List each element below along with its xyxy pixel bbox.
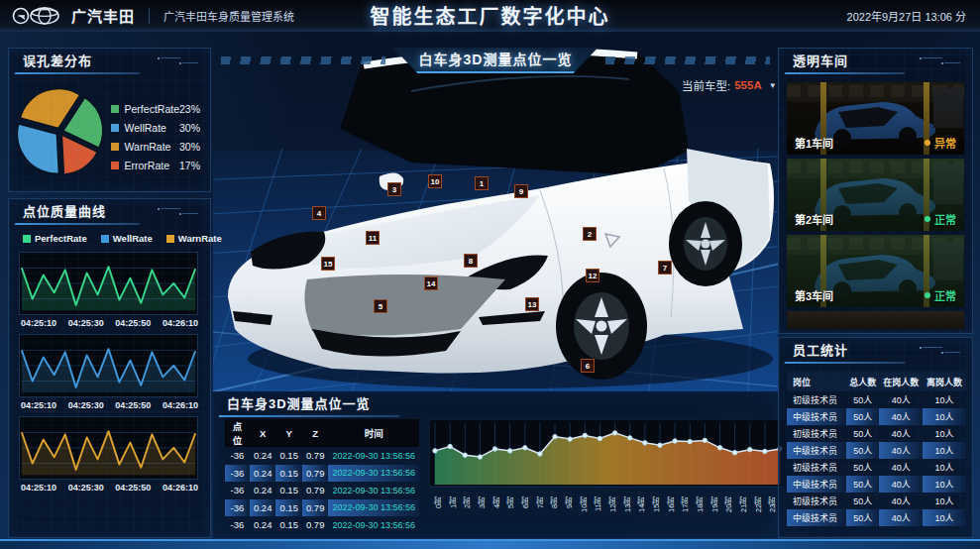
legend-label: PerfectRate <box>125 103 179 115</box>
measure-marker-15[interactable]: 15 <box>321 257 335 271</box>
table-cell: 50人 <box>846 442 879 459</box>
table-header-row: 点位XYZ时间 <box>225 419 419 447</box>
table-cell: 0.79 <box>302 465 329 483</box>
table-cell: 0.15 <box>275 465 302 483</box>
measure-marker-6[interactable]: 6 <box>581 359 595 373</box>
measure-marker-7[interactable]: 7 <box>658 261 672 274</box>
table-row: -360.240.150.792022-09-30 13:56:56 <box>225 465 419 483</box>
circuit-decoration-icon <box>917 55 962 65</box>
table-cell: 50人 <box>846 391 879 408</box>
model-label: 当前车型: <box>682 77 730 93</box>
tick-label: 04:25:30 <box>68 400 104 410</box>
hour-label: 10时 <box>579 496 594 516</box>
table-cell: 初级技术员 <box>787 493 846 509</box>
measure-marker-10[interactable]: 10 <box>428 174 442 188</box>
dashboard-root: 广汽丰田 广汽丰田车身质量管理系统 智能生态工厂数字化中心 2022年9月27日… <box>0 0 980 549</box>
tick-label: 04:25:30 <box>68 483 104 493</box>
table-row: -360.240.150.792022-09-30 13:56:56 <box>225 447 419 465</box>
workshop-name: 第1车间 <box>795 135 833 151</box>
legend-swatch <box>101 235 109 243</box>
workshop-status: 异常 <box>925 135 956 151</box>
measure-marker-2[interactable]: 2 <box>583 227 597 241</box>
workshop-card-2[interactable]: 第2车间正常 <box>787 159 964 231</box>
table-cell: 40人 <box>879 442 923 459</box>
legend-label: WarnRate <box>125 141 171 153</box>
hour-label: 21时 <box>738 496 753 516</box>
table-cell: 初级技术员 <box>787 425 846 442</box>
measure-marker-14[interactable]: 14 <box>424 276 438 290</box>
model-value: 555A <box>734 79 762 91</box>
workshop-card-1[interactable]: 第1车间异常 <box>787 82 964 155</box>
measure-marker-12[interactable]: 12 <box>586 269 599 282</box>
table-cell: 0.24 <box>250 499 276 517</box>
panel-title: 员工统计 <box>779 338 972 364</box>
measure-marker-5[interactable]: 5 <box>374 299 387 313</box>
table-cell: 10人 <box>923 425 966 442</box>
table-cell: 中级技术员 <box>787 442 846 459</box>
column-header: Z <box>302 419 329 447</box>
table-cell: -36 <box>225 447 250 465</box>
measure-marker-9[interactable]: 9 <box>514 184 528 198</box>
table-cell: 50人 <box>846 493 879 509</box>
banner-dashes-right <box>605 56 770 64</box>
banner-dashes-left <box>221 56 385 64</box>
workshop-cards: 第1车间异常第2车间正常第3车间正常 <box>779 74 972 329</box>
tick-label: 04:26:10 <box>163 483 198 493</box>
circuit-decoration-icon <box>917 345 962 355</box>
table-cell: 初级技术员 <box>787 391 846 408</box>
measure-marker-13[interactable]: 13 <box>525 297 539 311</box>
panel-transparent-workshop: 透明车间 第1车间异常第2车间正常第3车间正常 <box>778 48 973 334</box>
table-row: -360.240.150.792022-09-30 13:56:56 <box>225 482 419 499</box>
panel-title: 白车身3D测量点位一览 <box>213 391 778 417</box>
legend-value: 30% <box>179 141 210 153</box>
panel-error-distribution: 误孔差分布 PerfectRate23%WellRate30%WarnRate3… <box>8 48 211 192</box>
table-cell: 0.15 <box>275 482 302 499</box>
panel-measure-points: 白车身3D测量点位一览 点位XYZ时间-360.240.150.792022-0… <box>213 391 778 538</box>
measure-marker-11[interactable]: 11 <box>366 231 380 245</box>
table-cell: 10人 <box>923 391 966 408</box>
status-dot-icon <box>925 292 930 298</box>
table-row: -360.240.150.792022-09-30 13:56:56 <box>225 499 419 517</box>
table-cell: 2022-09-30 13:56:56 <box>328 482 419 499</box>
table-cell: 0.24 <box>250 465 276 483</box>
legend-value: 30% <box>179 122 210 134</box>
legend-swatch <box>111 162 119 169</box>
panel-quality-curves: 点位质量曲线 PerfectRateWellRateWarnRate 04:25… <box>8 198 211 538</box>
workshop-name: 第3车间 <box>795 287 833 303</box>
line-chart-#35d98b: 04:25:1004:25:3004:25:5004:26:10 <box>19 252 200 328</box>
table-cell: 2022-09-30 13:56:56 <box>328 447 419 465</box>
column-header: 点位 <box>225 419 250 447</box>
model-select[interactable]: 当前车型: 555A ▼ <box>682 77 777 93</box>
page-title: 智能生态工厂数字化中心 <box>371 1 610 30</box>
table-cell: 初级技术员 <box>787 459 846 476</box>
hour-label: 1时 <box>448 496 463 516</box>
header-subtitle: 广汽丰田车身质量管理系统 <box>163 8 294 24</box>
table-cell: 0.79 <box>302 482 329 499</box>
time-axis: 04:25:1004:25:3004:25:5004:26:10 <box>19 397 200 410</box>
table-cell: 10人 <box>923 442 966 459</box>
table-cell: 10人 <box>923 408 966 425</box>
table-cell: 10人 <box>923 459 966 476</box>
status-dot-icon <box>925 140 930 146</box>
hour-label: 13时 <box>622 496 637 516</box>
header: 广汽丰田 广汽丰田车身质量管理系统 智能生态工厂数字化中心 2022年9月27日… <box>0 0 980 32</box>
table-cell: 中级技术员 <box>787 476 846 493</box>
table-cell: 10人 <box>923 493 966 509</box>
workshop-card-3[interactable]: 第3车间正常 <box>787 235 964 307</box>
measure-marker-8[interactable]: 8 <box>464 254 478 268</box>
hour-label: 11时 <box>593 496 607 516</box>
measure-table: 点位XYZ时间-360.240.150.792022-09-30 13:56:5… <box>225 419 419 534</box>
measure-marker-4[interactable]: 4 <box>312 206 326 220</box>
measure-marker-3[interactable]: 3 <box>387 182 401 196</box>
table-cell: 40人 <box>879 425 923 442</box>
tick-label: 04:26:10 <box>163 318 198 328</box>
staff-row: 中级技术员50人40人10人 <box>787 509 966 526</box>
line-chart-#e0a32e: 04:25:1004:25:3004:25:5004:26:10 <box>19 416 200 493</box>
measure-marker-1[interactable]: 1 <box>475 176 489 190</box>
staff-row: 中级技术员50人40人10人 <box>787 408 966 425</box>
table-cell: 中级技术员 <box>787 408 846 425</box>
table-cell: 10人 <box>923 509 966 526</box>
header-datetime: 2022年9月27日 13:06 分 <box>847 8 966 24</box>
table-cell: 2022-09-30 13:56:56 <box>328 516 419 534</box>
legend-swatch <box>166 235 174 243</box>
